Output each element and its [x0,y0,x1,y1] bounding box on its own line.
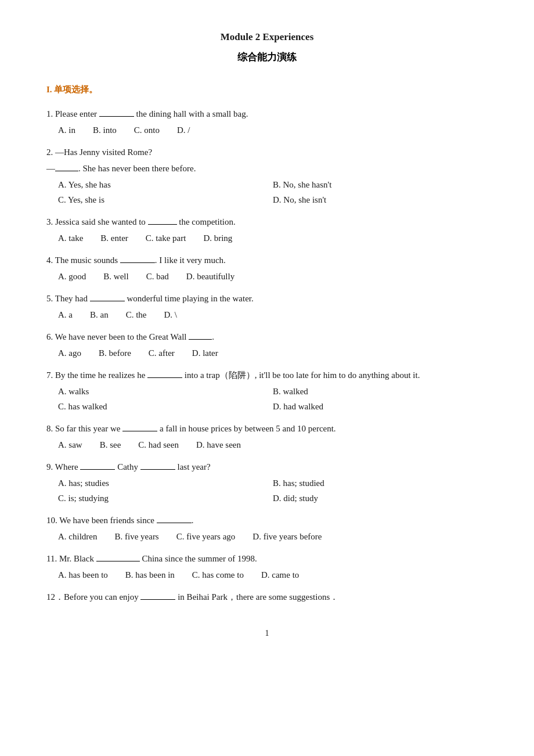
question-6-options: A. ago B. before C. after D. later [58,346,488,360]
q3-optC: C. take part [146,231,186,245]
page-title: Module 2 Experiences [46,29,488,45]
question-9-text: 9. Where Cathy last year? [46,460,488,474]
question-1-options: A. in B. into C. onto D. / [58,123,488,137]
question-7-text: 7. By the time he realizes he into a tra… [46,368,488,382]
question-2-line1: 2. —Has Jenny visited Rome? [46,145,488,159]
question-8-text: 8. So far this year we a fall in house p… [46,422,488,435]
q2-optA: A. Yes, she has [58,178,273,192]
q11-optC: C. has come to [192,568,244,582]
q2-optD: D. No, she isn't [273,193,488,207]
question-9: 9. Where Cathy last year? A. has; studie… [46,460,488,505]
q2-optC: C. Yes, she is [58,193,273,207]
q8-optB: B. see [100,438,121,452]
question-5: 5. They had wonderful time playing in th… [46,291,488,322]
q3-optA: A. take [58,231,83,245]
q10-optD: D. five years before [252,530,322,543]
q11-optA: A. has been to [58,568,108,582]
question-11-text: 11. Mr. Black China since the summer of … [46,552,488,566]
question-12: 12．Before you can enjoy in Beihai Park，t… [46,590,488,604]
q6-optD: D. later [192,346,218,360]
question-9-options: A. has; studies B. has; studied C. is; s… [58,476,488,505]
q9-optD: D. did; study [273,491,488,505]
question-8-options: A. saw B. see C. had seen D. have seen [58,438,488,452]
q4-optD: D. beautifully [186,269,234,283]
q11-optB: B. has been in [125,568,175,582]
question-3-options: A. take B. enter C. take part D. bring [58,231,488,245]
question-5-options: A. a B. an C. the D. \ [58,308,488,322]
question-3: 3. Jessica said she wanted to the compet… [46,215,488,245]
q8-optD: D. have seen [196,438,241,452]
q11-optD: D. came to [261,568,299,582]
q9-optC: C. is; studying [58,491,273,505]
q10-optC: C. five years ago [176,530,236,543]
q6-optA: A. ago [58,346,81,360]
question-11: 11. Mr. Black China since the summer of … [46,552,488,582]
question-5-text: 5. They had wonderful time playing in th… [46,291,488,305]
question-6: 6. We have never been to the Great Wall … [46,330,488,360]
q4-optC: C. bad [146,269,169,283]
q7-optD: D. had walked [273,399,488,413]
question-12-text: 12．Before you can enjoy in Beihai Park，t… [46,590,488,604]
q1-optC: C. onto [134,123,160,137]
section1-title: I. 单项选择。 [46,82,488,96]
q6-optB: B. before [99,346,131,360]
q6-optC: C. after [149,346,175,360]
question-2-options: A. Yes, she has B. No, she hasn't C. Yes… [58,178,488,207]
q5-optC: C. the [126,308,147,322]
question-4-text: 4. The music sounds . I like it very muc… [46,253,488,267]
question-2: 2. —Has Jenny visited Rome? —. She has n… [46,145,488,207]
question-11-options: A. has been to B. has been in C. has com… [58,568,488,582]
question-3-text: 3. Jessica said she wanted to the compet… [46,215,488,229]
q7-optA: A. walks [58,384,273,398]
q4-optB: B. well [103,269,128,283]
question-10: 10. We have been friends since . A. chil… [46,513,488,543]
question-1: 1. Please enter the dining hall with a s… [46,107,488,137]
q8-optC: C. had seen [138,438,179,452]
q8-optA: A. saw [58,438,82,452]
page-subtitle: 综合能力演练 [46,49,488,65]
question-6-text: 6. We have never been to the Great Wall … [46,330,488,344]
question-10-options: A. children B. five years C. five years … [58,530,488,543]
question-7: 7. By the time he realizes he into a tra… [46,368,488,413]
question-4: 4. The music sounds . I like it very muc… [46,253,488,283]
q2-optB: B. No, she hasn't [273,178,488,192]
q3-optB: B. enter [100,231,128,245]
question-4-options: A. good B. well C. bad D. beautifully [58,269,488,283]
question-8: 8. So far this year we a fall in house p… [46,422,488,452]
question-7-options: A. walks B. walked C. has walked D. had … [58,384,488,413]
q3-optD: D. bring [203,231,232,245]
q7-optB: B. walked [273,384,488,398]
q1-optD: D. / [177,123,190,137]
question-2-line2: —. She has never been there before. [46,161,488,175]
q5-optB: B. an [90,308,109,322]
question-10-text: 10. We have been friends since . [46,513,488,527]
q9-optA: A. has; studies [58,476,273,490]
q5-optA: A. a [58,308,73,322]
q1-optA: A. in [58,123,75,137]
q9-optB: B. has; studied [273,476,488,490]
q10-optB: B. five years [114,530,158,543]
q7-optC: C. has walked [58,399,273,413]
page-number: 1 [46,627,488,640]
q1-optB: B. into [93,123,117,137]
question-1-text: 1. Please enter the dining hall with a s… [46,107,488,121]
q5-optD: D. \ [164,308,178,322]
q4-optA: A. good [58,269,86,283]
q10-optA: A. children [58,530,97,543]
